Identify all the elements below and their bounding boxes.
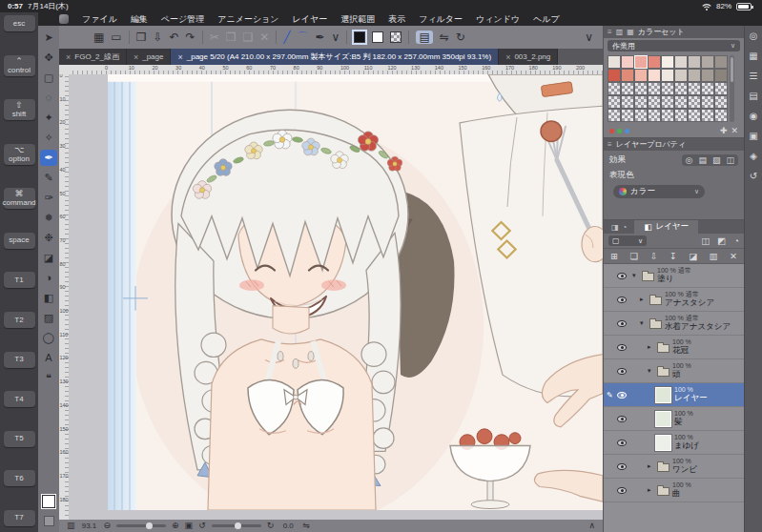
- layer-row-まゆげ[interactable]: 100 %まゆげ: [604, 431, 744, 455]
- main-color-chip[interactable]: [42, 495, 55, 508]
- modifier-key-T3[interactable]: T3: [4, 352, 35, 368]
- clip-layer-icon[interactable]: ◔: [733, 236, 739, 246]
- color-swatch[interactable]: [608, 69, 621, 82]
- layer-row-レイヤー[interactable]: ✎100 %レイヤー: [604, 383, 744, 407]
- brush-tip-icon[interactable]: ✒: [316, 31, 325, 43]
- history-icon[interactable]: ↺: [750, 172, 757, 181]
- color-swatch[interactable]: [701, 109, 714, 122]
- menu-ヘルプ[interactable]: ヘルプ: [533, 13, 560, 26]
- selection-tool[interactable]: ▢: [40, 70, 57, 86]
- document-tab-2[interactable]: ×_page 5/20 (A4 210.00 x 297.00mm 製本サイズ:…: [171, 49, 499, 65]
- add-color-icon[interactable]: ✚: [720, 126, 728, 135]
- folder-expand-arrow-icon[interactable]: ▾: [632, 272, 639, 279]
- modifier-key-T4[interactable]: T4: [4, 391, 35, 407]
- color-swatch[interactable]: [661, 69, 674, 82]
- color-swatch[interactable]: [674, 82, 688, 95]
- color-mode-dot-0[interactable]: [609, 129, 614, 133]
- gradient-tool[interactable]: ▨: [40, 310, 57, 326]
- fill-tool[interactable]: ◧: [40, 290, 57, 306]
- brush-tool[interactable]: ✑: [40, 190, 57, 206]
- brush-size-icon[interactable]: ◉: [750, 112, 758, 121]
- color-swatch[interactable]: [634, 95, 648, 109]
- menu-表示[interactable]: 表示: [388, 13, 405, 26]
- brush-dropdown-icon[interactable]: ∨: [332, 31, 340, 43]
- folder-expand-arrow-icon[interactable]: ▾: [648, 367, 654, 375]
- text-tool[interactable]: A: [40, 350, 57, 366]
- color-swatch[interactable]: [714, 69, 728, 82]
- color-swatch[interactable]: [661, 109, 674, 122]
- layer-row-ワンピ[interactable]: ▸100 %ワンピ: [604, 455, 744, 479]
- menu-アニメーション[interactable]: アニメーション: [217, 13, 278, 26]
- layer-row-水着アナスタシア[interactable]: ▾100 % 通常水着アナスタシア: [604, 312, 744, 336]
- color-slider-icon[interactable]: ☰: [750, 72, 758, 81]
- save-icon[interactable]: ⇩: [153, 31, 162, 43]
- rotate-canvas-icon[interactable]: ↻: [456, 31, 465, 43]
- layer-row-花冠[interactable]: ▸100 %花冠: [604, 336, 744, 359]
- color-swatch[interactable]: [701, 95, 714, 109]
- menu-フィルター[interactable]: フィルター: [419, 13, 463, 26]
- color-swatch[interactable]: [688, 55, 701, 69]
- document-tab-0[interactable]: ×FGO_2_線画: [59, 49, 127, 65]
- menu-ファイル[interactable]: ファイル: [82, 13, 117, 26]
- decoration-tool[interactable]: ❉: [40, 230, 57, 246]
- menu-ページ管理[interactable]: ページ管理: [161, 13, 204, 26]
- color-swatch[interactable]: [621, 109, 634, 122]
- color-swatch[interactable]: [648, 69, 661, 82]
- color-swatch[interactable]: [688, 69, 701, 82]
- color-swatch[interactable]: [661, 95, 674, 109]
- blend-tool[interactable]: ◑: [40, 270, 57, 286]
- document-tab-1[interactable]: ×_page: [127, 49, 172, 65]
- flip-horizontal-icon[interactable]: ⇋: [302, 522, 310, 530]
- color-swatch[interactable]: [621, 95, 634, 109]
- bottom-bar-collapse-icon[interactable]: ∧: [588, 522, 595, 530]
- modifier-key-shift[interactable]: ⇧shift: [4, 99, 35, 120]
- curve-tool-icon[interactable]: ⌒: [298, 31, 309, 43]
- layer-thumbnail[interactable]: [655, 435, 671, 451]
- undo-icon[interactable]: ↶: [170, 31, 179, 43]
- move-layer-tool[interactable]: ✥: [40, 50, 57, 66]
- pen-tool[interactable]: ✒: [40, 150, 57, 166]
- color-swatch[interactable]: [634, 109, 648, 122]
- layer-row-塗り[interactable]: ▾100 % 通常塗り: [604, 264, 744, 288]
- modifier-key-T6[interactable]: T6: [4, 470, 35, 486]
- tab-close-icon[interactable]: ×: [134, 52, 138, 62]
- modifier-key-space[interactable]: space: [4, 233, 35, 249]
- panel-grip-icon[interactable]: ≡: [608, 140, 612, 149]
- tone-effect-icon[interactable]: ▨: [712, 155, 721, 165]
- modifier-key-T5[interactable]: T5: [4, 431, 35, 447]
- color-swatch[interactable]: [608, 109, 621, 122]
- border-effect-icon[interactable]: ◎: [686, 155, 693, 165]
- expression-color-dropdown[interactable]: カラー ∨: [613, 185, 705, 198]
- eraser-tool[interactable]: ◪: [40, 250, 57, 266]
- new-layer-icon[interactable]: ⊞: [610, 252, 618, 261]
- modifier-key-T2[interactable]: T2: [4, 312, 35, 328]
- layer-row-曲[interactable]: ▸100 %曲: [604, 479, 744, 502]
- modifier-key-esc[interactable]: esc: [4, 15, 35, 31]
- color-swatch[interactable]: [621, 82, 634, 95]
- lasso-tool[interactable]: ◌: [40, 90, 57, 106]
- tab-close-icon[interactable]: ×: [66, 52, 71, 62]
- color-swatch[interactable]: [608, 95, 621, 109]
- blend-mode-dropdown[interactable]: ▢ ∨: [608, 235, 647, 246]
- flip-canvas-icon[interactable]: ⇋: [440, 31, 449, 43]
- color-swatch[interactable]: [714, 109, 728, 122]
- menu-選択範囲[interactable]: 選択範囲: [340, 13, 375, 26]
- menu-レイヤー[interactable]: レイヤー: [293, 13, 328, 26]
- figure-tool[interactable]: ◯: [40, 330, 57, 346]
- color-swatch[interactable]: [714, 55, 728, 69]
- color-swatch[interactable]: [648, 82, 661, 95]
- document-tab-3[interactable]: ×003_2.png: [499, 49, 558, 65]
- material-icon[interactable]: ▣: [749, 132, 757, 141]
- toolbar-collapse-icon[interactable]: ∨: [585, 31, 593, 43]
- tab-close-icon[interactable]: ×: [177, 52, 182, 62]
- layer-mask-icon[interactable]: ◫: [701, 236, 710, 246]
- two-pane-icon[interactable]: ▥: [710, 252, 718, 261]
- new-folder-icon[interactable]: ❏: [629, 252, 638, 261]
- layer-visibility-eye-icon[interactable]: [617, 273, 627, 279]
- eyedropper-tool[interactable]: ✧: [40, 130, 57, 146]
- rotate-left-icon[interactable]: ↺: [198, 522, 206, 530]
- layer-visibility-eye-icon[interactable]: [617, 344, 627, 351]
- zoom-slider[interactable]: [116, 524, 166, 527]
- zoom-out-icon[interactable]: ⊖: [104, 522, 112, 530]
- create-mask-icon[interactable]: ◪: [689, 252, 697, 261]
